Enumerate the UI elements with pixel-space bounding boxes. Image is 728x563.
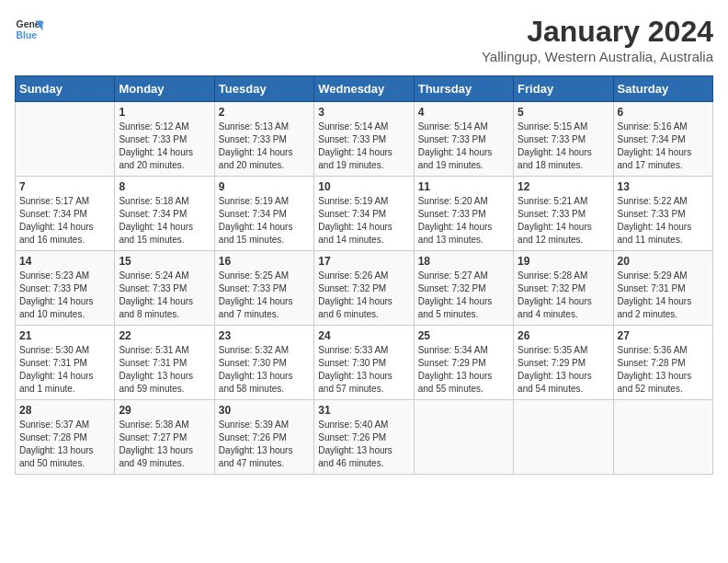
calendar-cell: 30Sunrise: 5:39 AM Sunset: 7:26 PM Dayli… [214,400,313,475]
day-info: Sunrise: 5:24 AM Sunset: 7:33 PM Dayligh… [119,270,210,321]
day-number: 3 [318,106,409,119]
day-info: Sunrise: 5:34 AM Sunset: 7:29 PM Dayligh… [418,344,509,396]
day-info: Sunrise: 5:40 AM Sunset: 7:26 PM Dayligh… [318,419,409,470]
day-info: Sunrise: 5:19 AM Sunset: 7:34 PM Dayligh… [318,195,409,247]
calendar-cell: 19Sunrise: 5:28 AM Sunset: 7:32 PM Dayli… [514,251,613,326]
calendar-week-row: 7Sunrise: 5:17 AM Sunset: 7:34 PM Daylig… [16,177,713,251]
day-info: Sunrise: 5:38 AM Sunset: 7:27 PM Dayligh… [119,419,210,470]
day-number: 21 [19,329,110,342]
day-info: Sunrise: 5:31 AM Sunset: 7:31 PM Dayligh… [119,344,210,396]
calendar-week-row: 1Sunrise: 5:12 AM Sunset: 7:33 PM Daylig… [16,102,713,177]
calendar-cell: 11Sunrise: 5:20 AM Sunset: 7:33 PM Dayli… [414,177,513,251]
calendar-cell: 10Sunrise: 5:19 AM Sunset: 7:34 PM Dayli… [314,177,414,251]
calendar-cell: 15Sunrise: 5:24 AM Sunset: 7:33 PM Dayli… [115,251,214,326]
day-info: Sunrise: 5:29 AM Sunset: 7:31 PM Dayligh… [618,270,709,321]
day-info: Sunrise: 5:21 AM Sunset: 7:33 PM Dayligh… [518,195,609,247]
day-number: 1 [119,106,210,119]
day-info: Sunrise: 5:15 AM Sunset: 7:33 PM Dayligh… [518,121,609,172]
calendar-cell: 12Sunrise: 5:21 AM Sunset: 7:33 PM Dayli… [514,177,613,251]
day-info: Sunrise: 5:20 AM Sunset: 7:33 PM Dayligh… [418,195,509,247]
calendar-cell: 17Sunrise: 5:26 AM Sunset: 7:32 PM Dayli… [314,251,414,326]
weekday-header: Wednesday [314,76,414,102]
day-number: 28 [19,404,110,417]
calendar-cell: 7Sunrise: 5:17 AM Sunset: 7:34 PM Daylig… [16,177,115,251]
day-info: Sunrise: 5:16 AM Sunset: 7:34 PM Dayligh… [618,121,709,172]
calendar-cell: 2Sunrise: 5:13 AM Sunset: 7:33 PM Daylig… [214,102,313,177]
day-info: Sunrise: 5:18 AM Sunset: 7:34 PM Dayligh… [119,195,210,247]
calendar-cell: 5Sunrise: 5:15 AM Sunset: 7:33 PM Daylig… [514,102,613,177]
calendar-cell: 25Sunrise: 5:34 AM Sunset: 7:29 PM Dayli… [414,326,513,400]
calendar-week-row: 21Sunrise: 5:30 AM Sunset: 7:31 PM Dayli… [16,326,713,400]
day-number: 7 [19,180,110,193]
day-info: Sunrise: 5:37 AM Sunset: 7:28 PM Dayligh… [19,419,110,470]
day-number: 22 [119,329,210,342]
main-title: January 2024 [482,15,713,49]
day-number: 13 [618,180,709,193]
day-number: 31 [318,404,409,417]
day-number: 24 [318,329,409,342]
logo-icon: General Blue [15,15,44,44]
day-number: 20 [618,255,709,268]
day-number: 5 [518,106,609,119]
weekday-header: Sunday [16,76,115,102]
day-number: 9 [219,180,310,193]
day-number: 26 [518,329,609,342]
day-number: 19 [518,255,609,268]
day-number: 8 [119,180,210,193]
day-info: Sunrise: 5:25 AM Sunset: 7:33 PM Dayligh… [219,270,310,321]
calendar-cell: 22Sunrise: 5:31 AM Sunset: 7:31 PM Dayli… [115,326,214,400]
calendar-cell: 8Sunrise: 5:18 AM Sunset: 7:34 PM Daylig… [115,177,214,251]
weekday-header: Monday [115,76,214,102]
calendar-cell: 9Sunrise: 5:19 AM Sunset: 7:34 PM Daylig… [214,177,313,251]
day-info: Sunrise: 5:13 AM Sunset: 7:33 PM Dayligh… [219,121,310,172]
calendar-cell [414,400,513,475]
day-info: Sunrise: 5:35 AM Sunset: 7:29 PM Dayligh… [518,344,609,396]
calendar-cell: 4Sunrise: 5:14 AM Sunset: 7:33 PM Daylig… [414,102,513,177]
calendar-cell: 31Sunrise: 5:40 AM Sunset: 7:26 PM Dayli… [314,400,414,475]
calendar-cell: 14Sunrise: 5:23 AM Sunset: 7:33 PM Dayli… [16,251,115,326]
calendar-cell: 13Sunrise: 5:22 AM Sunset: 7:33 PM Dayli… [613,177,712,251]
day-info: Sunrise: 5:30 AM Sunset: 7:31 PM Dayligh… [19,344,110,396]
header: General Blue January 2024 Yallingup, Wes… [15,15,713,64]
day-info: Sunrise: 5:33 AM Sunset: 7:30 PM Dayligh… [318,344,409,396]
day-number: 12 [518,180,609,193]
day-info: Sunrise: 5:39 AM Sunset: 7:26 PM Dayligh… [219,419,310,470]
day-number: 15 [119,255,210,268]
day-info: Sunrise: 5:17 AM Sunset: 7:34 PM Dayligh… [19,195,110,247]
weekday-header: Tuesday [214,76,313,102]
calendar-cell [514,400,613,475]
calendar-cell [613,400,712,475]
calendar-week-row: 14Sunrise: 5:23 AM Sunset: 7:33 PM Dayli… [16,251,713,326]
day-number: 30 [219,404,310,417]
day-number: 25 [418,329,509,342]
svg-text:Blue: Blue [17,30,38,40]
logo: General Blue [15,15,44,44]
day-info: Sunrise: 5:27 AM Sunset: 7:32 PM Dayligh… [418,270,509,321]
weekday-header: Saturday [613,76,712,102]
calendar-cell: 26Sunrise: 5:35 AM Sunset: 7:29 PM Dayli… [514,326,613,400]
calendar-cell: 21Sunrise: 5:30 AM Sunset: 7:31 PM Dayli… [16,326,115,400]
day-number: 14 [19,255,110,268]
day-info: Sunrise: 5:12 AM Sunset: 7:33 PM Dayligh… [119,121,210,172]
day-info: Sunrise: 5:28 AM Sunset: 7:32 PM Dayligh… [518,270,609,321]
calendar-table: SundayMondayTuesdayWednesdayThursdayFrid… [15,75,713,475]
calendar-cell: 6Sunrise: 5:16 AM Sunset: 7:34 PM Daylig… [613,102,712,177]
calendar-cell: 3Sunrise: 5:14 AM Sunset: 7:33 PM Daylig… [314,102,414,177]
calendar-cell: 16Sunrise: 5:25 AM Sunset: 7:33 PM Dayli… [214,251,313,326]
day-info: Sunrise: 5:22 AM Sunset: 7:33 PM Dayligh… [618,195,709,247]
day-number: 2 [219,106,310,119]
calendar-cell: 1Sunrise: 5:12 AM Sunset: 7:33 PM Daylig… [115,102,214,177]
calendar-cell [16,102,115,177]
day-info: Sunrise: 5:19 AM Sunset: 7:34 PM Dayligh… [219,195,310,247]
title-area: January 2024 Yallingup, Western Australi… [482,15,713,64]
day-number: 10 [318,180,409,193]
calendar-cell: 28Sunrise: 5:37 AM Sunset: 7:28 PM Dayli… [16,400,115,475]
subtitle: Yallingup, Western Australia, Australia [482,49,713,64]
header-row: SundayMondayTuesdayWednesdayThursdayFrid… [16,76,713,102]
calendar-cell: 18Sunrise: 5:27 AM Sunset: 7:32 PM Dayli… [414,251,513,326]
day-number: 6 [618,106,709,119]
day-number: 4 [418,106,509,119]
day-number: 18 [418,255,509,268]
weekday-header: Friday [514,76,613,102]
day-number: 17 [318,255,409,268]
